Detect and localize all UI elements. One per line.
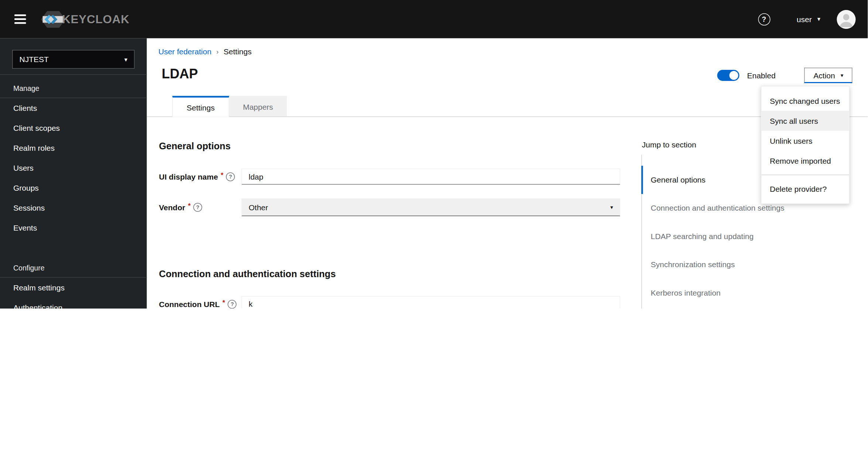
- help-icon[interactable]: ?: [226, 172, 235, 181]
- username: user: [797, 15, 812, 24]
- nav-toggle-button[interactable]: [12, 12, 28, 26]
- help-icon[interactable]: ?: [228, 300, 237, 309]
- realm-selector[interactable]: NJTEST ▾: [12, 50, 135, 69]
- nav-section-manage: Manage: [0, 75, 147, 98]
- header-controls: Enabled Action ▾: [717, 67, 853, 84]
- manage-nav-list: Clients Client scopes Realm roles Users …: [0, 98, 147, 238]
- chevron-right-icon: ›: [216, 48, 219, 55]
- tab-strip: Settings Mappers: [147, 96, 868, 117]
- sidebar-item-groups[interactable]: Groups: [0, 178, 147, 198]
- field-row-vendor: Vendor * ? Other ▾: [159, 198, 621, 216]
- jump-link-kerberos[interactable]: Kerberos integration: [642, 279, 824, 307]
- configure-nav-list: Realm settings Authentication Identity p…: [0, 278, 147, 309]
- realm-name: NJTEST: [20, 55, 49, 64]
- jump-link-synchronization[interactable]: Synchronization settings: [642, 251, 824, 279]
- sidebar-item-clients[interactable]: Clients: [0, 98, 147, 118]
- nav-section-configure: Configure: [0, 255, 147, 278]
- field-label: Connection URL * ?: [159, 300, 242, 309]
- sidebar-item-realm-settings[interactable]: Realm settings: [0, 278, 147, 298]
- brand-text: KEYCLOAK: [62, 13, 130, 26]
- sidebar-item-authentication[interactable]: Authentication: [0, 298, 147, 309]
- enabled-label: Enabled: [747, 71, 776, 80]
- caret-down-icon: ▾: [610, 205, 613, 210]
- breadcrumb: User federation › Settings: [158, 47, 251, 56]
- sidebar: NJTEST ▾ Manage Clients Client scopes Re…: [0, 38, 147, 309]
- field-label: UI display name * ?: [159, 172, 242, 181]
- tab-mappers[interactable]: Mappers: [229, 96, 287, 117]
- keycloak-admin-console: KEYCLOAK ? user ▾ NJTEST ▾ Manage: [0, 0, 868, 309]
- masthead-right: ? user ▾: [758, 10, 868, 28]
- chevron-down-icon: ▾: [817, 16, 820, 23]
- page-title: LDAP: [162, 66, 198, 82]
- user-menu[interactable]: user ▾: [797, 15, 820, 24]
- jump-link-cache[interactable]: Cache settings: [642, 307, 824, 309]
- help-icon[interactable]: ?: [193, 203, 202, 212]
- section-heading-connection: Connection and authentication settings: [159, 269, 336, 280]
- vendor-select[interactable]: Other ▾: [241, 198, 620, 216]
- jump-link-ldap-searching[interactable]: LDAP searching and updating: [642, 222, 824, 251]
- avatar[interactable]: [837, 10, 856, 28]
- required-asterisk: *: [222, 299, 225, 306]
- breadcrumb-current: Settings: [224, 47, 252, 56]
- help-icon[interactable]: ?: [758, 13, 770, 25]
- breadcrumb-link-user-federation[interactable]: User federation: [158, 47, 212, 56]
- required-asterisk: *: [221, 171, 223, 179]
- required-asterisk: *: [188, 202, 191, 210]
- sidebar-item-realm-roles[interactable]: Realm roles: [0, 138, 147, 158]
- action-dropdown-button[interactable]: Action ▾: [804, 68, 853, 83]
- ui-display-name-input[interactable]: [241, 168, 620, 185]
- menu-divider: [762, 175, 849, 176]
- action-dropdown-menu: Sync changed users Sync all users Unlink…: [761, 86, 850, 204]
- connection-url-input[interactable]: [241, 296, 620, 309]
- menu-item-remove-imported[interactable]: Remove imported: [762, 151, 849, 171]
- keycloak-logo: KEYCLOAK: [41, 9, 130, 29]
- field-row-ui-display-name: UI display name * ?: [159, 168, 621, 185]
- sidebar-item-client-scopes[interactable]: Client scopes: [0, 118, 147, 138]
- section-heading-general-options: General options: [159, 141, 231, 152]
- sidebar-item-events[interactable]: Events: [0, 218, 147, 238]
- sidebar-item-sessions[interactable]: Sessions: [0, 198, 147, 218]
- menu-item-unlink-users[interactable]: Unlink users: [762, 131, 849, 151]
- masthead: KEYCLOAK ? user ▾: [0, 0, 868, 38]
- menu-item-delete-provider[interactable]: Delete provider?: [762, 179, 849, 199]
- sidebar-item-users[interactable]: Users: [0, 158, 147, 178]
- field-label: Vendor * ?: [159, 203, 242, 212]
- person-icon: [837, 10, 856, 28]
- caret-down-icon: ▾: [841, 72, 844, 78]
- main-content: User federation › Settings LDAP Enabled …: [147, 38, 868, 309]
- menu-item-sync-all-users[interactable]: Sync all users: [762, 111, 849, 131]
- chevron-down-icon: ▾: [124, 56, 127, 62]
- field-row-connection-url: Connection URL * ?: [159, 296, 621, 309]
- menu-item-sync-changed-users[interactable]: Sync changed users: [762, 91, 849, 111]
- tab-settings[interactable]: Settings: [172, 96, 229, 117]
- enabled-toggle[interactable]: [717, 70, 740, 81]
